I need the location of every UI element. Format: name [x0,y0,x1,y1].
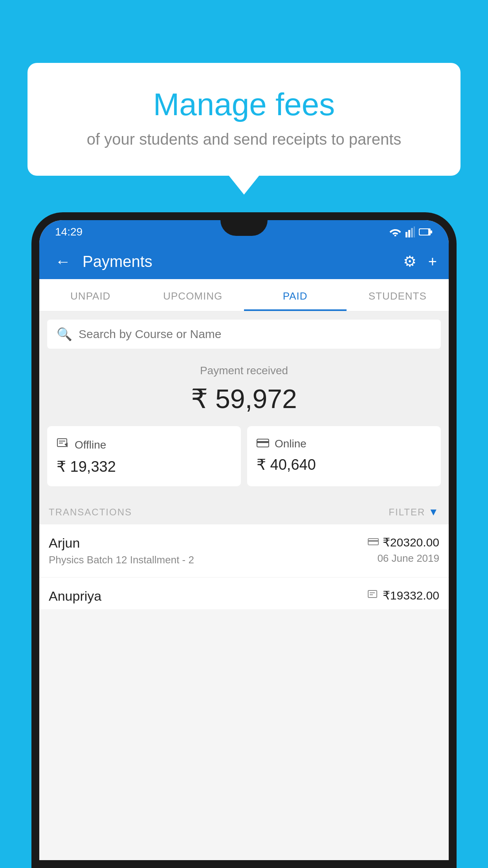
tab-upcoming[interactable]: UPCOMING [142,279,244,311]
search-input[interactable] [79,327,431,341]
svg-rect-1 [408,230,410,237]
page-title: Payments [83,253,395,270]
offline-amount: ₹ 19,332 [57,458,231,475]
transactions-label: TRANSACTIONS [49,507,132,518]
online-icon [257,437,269,451]
transaction-row[interactable]: Anupriya ₹19332.00 [39,577,449,609]
main-content: 🔍 Payment received ₹ 59,972 [39,312,449,609]
phone-screen: 14:29 [39,220,449,860]
offline-label: Offline [75,439,106,451]
payment-cards: Offline ₹ 19,332 Online ₹ 4 [39,426,449,498]
svg-rect-5 [420,229,428,235]
status-bar: 14:29 [39,220,449,244]
back-button[interactable]: ← [51,249,75,274]
tab-unpaid[interactable]: UNPAID [39,279,142,311]
payment-received-label: Payment received [47,364,441,377]
online-label: Online [275,438,306,450]
tab-students[interactable]: STUDENTS [347,279,449,311]
transactions-header: TRANSACTIONS FILTER ▼ [39,498,449,524]
battery-icon [419,228,433,236]
offline-card: Offline ₹ 19,332 [47,426,241,486]
payment-summary: Payment received ₹ 59,972 [39,349,449,426]
offline-icon [57,437,69,452]
transaction-amount: ₹19332.00 [383,588,439,602]
transaction-name: Anupriya [49,588,101,604]
transaction-amount: ₹20320.00 [383,535,439,549]
svg-rect-2 [411,228,413,237]
filter-button[interactable]: FILTER ▼ [389,506,439,518]
settings-icon[interactable]: ⚙ [403,253,416,270]
tabs-bar: UNPAID UPCOMING PAID STUDENTS [39,279,449,312]
bubble-title: Manage fees [47,86,441,123]
phone-frame: 14:29 [31,212,457,868]
status-icons [389,226,433,237]
filter-icon: ▼ [428,506,439,518]
signal-icon [405,226,415,237]
search-bar: 🔍 [47,320,441,349]
svg-rect-0 [405,232,407,237]
transaction-course: Physics Batch 12 Installment - 2 [49,554,194,566]
svg-rect-11 [257,441,269,443]
transaction-name: Arjun [49,535,194,551]
app-bar: ← Payments ⚙ + [39,244,449,279]
action-buttons: ⚙ + [403,253,437,270]
wifi-icon [389,228,402,236]
add-icon[interactable]: + [428,253,437,270]
speech-bubble: Manage fees of your students and send re… [28,63,460,176]
notch [220,220,268,236]
online-amount: ₹ 40,640 [257,456,431,473]
svg-rect-3 [414,226,415,237]
transaction-row[interactable]: Arjun Physics Batch 12 Installment - 2 ₹… [39,524,449,577]
payment-type-icon-card [368,536,379,548]
filter-label: FILTER [389,507,425,518]
tab-paid[interactable]: PAID [244,279,347,311]
payment-type-icon-offline [368,589,379,601]
payment-total-amount: ₹ 59,972 [47,383,441,414]
svg-rect-14 [368,590,377,598]
svg-rect-13 [368,540,378,542]
status-time: 14:29 [55,226,83,238]
search-icon: 🔍 [57,327,72,342]
transaction-date: 06 June 2019 [368,552,439,565]
bubble-subtitle: of your students and send receipts to pa… [47,131,441,148]
svg-rect-6 [431,230,432,234]
online-card: Online ₹ 40,640 [247,426,441,486]
